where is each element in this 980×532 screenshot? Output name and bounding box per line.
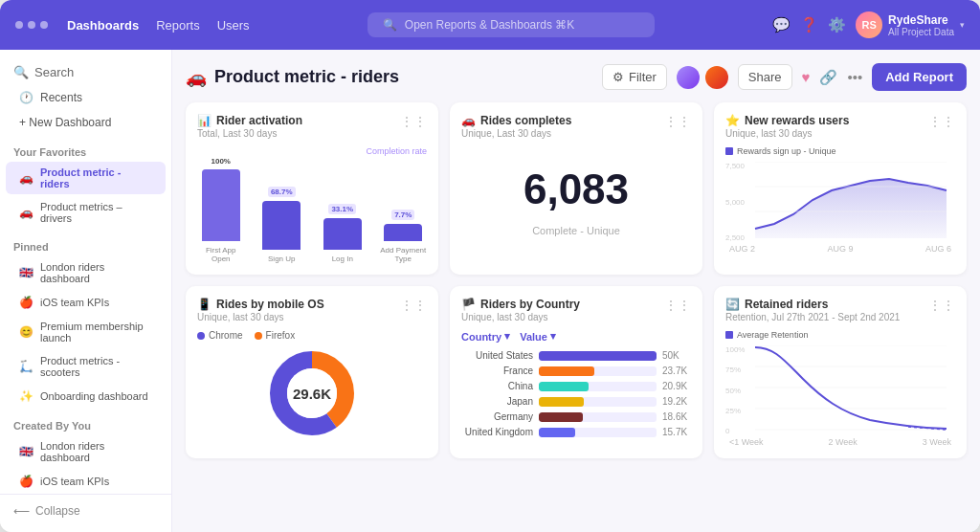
bar-login-fill bbox=[323, 218, 362, 250]
mobile-legend: Chrome Firefox bbox=[197, 330, 427, 341]
bar-chart: 100% First App Open 68.7% bbox=[197, 158, 427, 263]
share-button[interactable]: Share bbox=[738, 64, 792, 90]
user-badge[interactable]: RS RydeShare All Project Data ▾ bbox=[856, 11, 965, 38]
bottom-grid: 📱 Rides by mobile OS Unique, last 30 day… bbox=[186, 286, 967, 458]
user-sub: All Project Data bbox=[888, 27, 954, 37]
country-row-fr: France 23.7K bbox=[461, 366, 691, 376]
more-icon[interactable]: ••• bbox=[847, 69, 862, 85]
country-filter-button[interactable]: Country ▾ bbox=[461, 330, 510, 343]
filter-button[interactable]: ⚙ Filter bbox=[602, 64, 667, 90]
retained-riders-card: 🔄 Retained riders Retention, Jul 27th 20… bbox=[714, 286, 967, 458]
retention-x-axis: <1 Week 2 Week 3 Week bbox=[725, 437, 955, 447]
rewards-y-axis: 7,500 5,000 2,500 bbox=[725, 162, 745, 242]
donut-chart: 29.6K bbox=[197, 341, 427, 446]
sidebar-item-recents[interactable]: 🕐 Recents bbox=[6, 86, 166, 109]
bar-login: 33.1% Log In bbox=[319, 204, 367, 263]
sidebar-item-pinned-4[interactable]: ✨ Onboarding dashboard bbox=[6, 385, 166, 408]
collaborator-avatars bbox=[677, 66, 728, 89]
bar-signup: 68.7% Sign Up bbox=[258, 187, 306, 263]
help-icon[interactable]: ❓ bbox=[800, 16, 818, 33]
new-rewards-card: ⭐ New rewards users Unique, last 30 days… bbox=[714, 102, 967, 275]
rider-activation-title: 📊 Rider activation bbox=[197, 114, 302, 127]
add-report-button[interactable]: Add Report bbox=[872, 63, 967, 91]
country-bar-cn bbox=[539, 382, 657, 391]
retained-riders-subtitle: Retention, Jul 27th 2021 - Sept 2nd 2021 bbox=[725, 312, 900, 322]
main-layout: 🔍 Search 🕐 Recents + New Dashboard Your … bbox=[0, 50, 980, 532]
retention-legend: Average Retention bbox=[725, 330, 955, 340]
search-bar[interactable]: 🔍 Open Reports & Dashboards ⌘K bbox=[368, 12, 655, 37]
card-menu-icon[interactable]: ⋮⋮ bbox=[928, 298, 955, 313]
header-actions: ⚙ Filter Share ♥ 🔗 ••• Add Report bbox=[602, 63, 967, 91]
nav-users[interactable]: Users bbox=[217, 18, 250, 33]
topnav-right: 💬 ❓ ⚙️ RS RydeShare All Project Data ▾ bbox=[772, 11, 965, 38]
main-content: 🚗 Product metric - riders ⚙ Filter Share bbox=[172, 50, 980, 532]
chat-icon[interactable]: 💬 bbox=[772, 16, 791, 33]
country-bar-jp bbox=[539, 397, 657, 407]
sidebar-collapse[interactable]: ⟵ Collapse bbox=[0, 494, 171, 527]
sidebar-item-favorites-1[interactable]: 🚗 Product metrics – drivers bbox=[6, 196, 166, 229]
search-icon: 🔍 bbox=[13, 65, 29, 79]
search-icon: 🔍 bbox=[383, 18, 397, 32]
sidebar-item-pinned-3[interactable]: 🛴 Product metrics - scooters bbox=[6, 350, 166, 383]
rewards-x-axis: AUG 2 AUG 9 AUG 6 bbox=[725, 244, 955, 254]
nav-dashboards[interactable]: Dashboards bbox=[67, 18, 139, 33]
dot-1 bbox=[15, 21, 23, 29]
avatar-2 bbox=[705, 66, 728, 89]
sidebar-item-new-dashboard[interactable]: + New Dashboard bbox=[6, 111, 166, 134]
sidebar-section-created: Created By You bbox=[0, 412, 171, 434]
value-filter-button[interactable]: Value ▾ bbox=[520, 330, 556, 343]
new-rewards-subtitle: Unique, last 30 days bbox=[725, 128, 849, 139]
collapse-icon: ⟵ bbox=[13, 504, 30, 518]
page-title: 🚗 Product metric - riders bbox=[186, 67, 399, 88]
completion-rate-label: Completion rate bbox=[197, 146, 427, 156]
country-row-uk: United Kingdom 15.7K bbox=[461, 427, 691, 437]
sidebar-item-created-1[interactable]: 🍎 iOS team KPIs bbox=[6, 470, 166, 493]
sidebar-item-pinned-2[interactable]: 😊 Premium membership launch bbox=[6, 316, 166, 348]
sidebar-item-pinned-0[interactable]: 🇬🇧 London riders dashboard bbox=[6, 256, 166, 289]
rider-activation-chart: Completion rate 100% First App O bbox=[197, 146, 427, 263]
clock-icon: 🕐 bbox=[19, 91, 33, 104]
settings-icon[interactable]: ⚙️ bbox=[828, 16, 846, 33]
rides-complete-title: 🚗 Rides completes bbox=[461, 114, 571, 127]
donut-label: 29.6K bbox=[293, 386, 331, 402]
country-bar-de bbox=[539, 412, 657, 422]
page-title-icon: 🚗 bbox=[186, 67, 207, 88]
bar-payment-fill bbox=[384, 224, 422, 241]
riders-country-subtitle: Unique, last 30 days bbox=[461, 312, 580, 322]
nav-reports[interactable]: Reports bbox=[156, 18, 200, 33]
sidebar-item-favorites-0[interactable]: 🚗 Product metric - riders bbox=[6, 162, 166, 194]
rides-complete-value: 6,083 bbox=[461, 166, 691, 213]
riders-country-card: 🏴 Riders by Country Unique, last 30 days… bbox=[450, 286, 702, 458]
favorite-icon[interactable]: ♥ bbox=[802, 69, 811, 85]
country-row-jp: Japan 19.2K bbox=[461, 396, 691, 407]
sidebar-item-created-0[interactable]: 🇬🇧 London riders dashboard bbox=[6, 435, 166, 468]
country-bar-us bbox=[539, 351, 657, 361]
search-area: 🔍 Open Reports & Dashboards ⌘K bbox=[269, 12, 753, 37]
link-icon[interactable]: 🔗 bbox=[819, 69, 837, 86]
retention-icon: 🔄 bbox=[725, 298, 740, 311]
card-menu-icon[interactable]: ⋮⋮ bbox=[664, 114, 691, 129]
card-menu-icon[interactable]: ⋮⋮ bbox=[400, 114, 427, 129]
riders-country-header: 🏴 Riders by Country Unique, last 30 days… bbox=[461, 298, 691, 322]
country-bar-uk bbox=[539, 428, 657, 437]
card-menu-icon[interactable]: ⋮⋮ bbox=[664, 298, 691, 313]
country-bar-fr bbox=[539, 366, 657, 376]
rides-complete-card: 🚗 Rides completes Unique, Last 30 days ⋮… bbox=[450, 102, 702, 275]
chevron-down-icon: ▾ bbox=[504, 330, 510, 343]
retained-riders-title: 🔄 Retained riders bbox=[725, 298, 900, 311]
firefox-dot bbox=[255, 332, 262, 340]
rides-complete-subtitle: Unique, Last 30 days bbox=[461, 128, 571, 139]
card-menu-icon[interactable]: ⋮⋮ bbox=[928, 114, 955, 129]
retention-line-chart bbox=[746, 345, 955, 432]
retention-legend-dot bbox=[725, 331, 733, 339]
sidebar-search[interactable]: 🔍 Search bbox=[0, 59, 171, 85]
card-menu-icon[interactable]: ⋮⋮ bbox=[400, 298, 427, 313]
sidebar-search-label: Search bbox=[34, 65, 74, 79]
retention-y-axis: 100% 75% 50% 25% 0 bbox=[725, 345, 745, 435]
star-icon: ⭐ bbox=[725, 114, 740, 127]
app-container: Dashboards Reports Users 🔍 Open Reports … bbox=[0, 0, 980, 532]
rides-mobile-header: 📱 Rides by mobile OS Unique, last 30 day… bbox=[197, 298, 427, 322]
rides-mobile-card: 📱 Rides by mobile OS Unique, last 30 day… bbox=[186, 286, 438, 458]
sidebar-item-pinned-1[interactable]: 🍎 iOS team KPIs bbox=[6, 291, 166, 314]
legend-dot-rewards bbox=[725, 147, 733, 155]
